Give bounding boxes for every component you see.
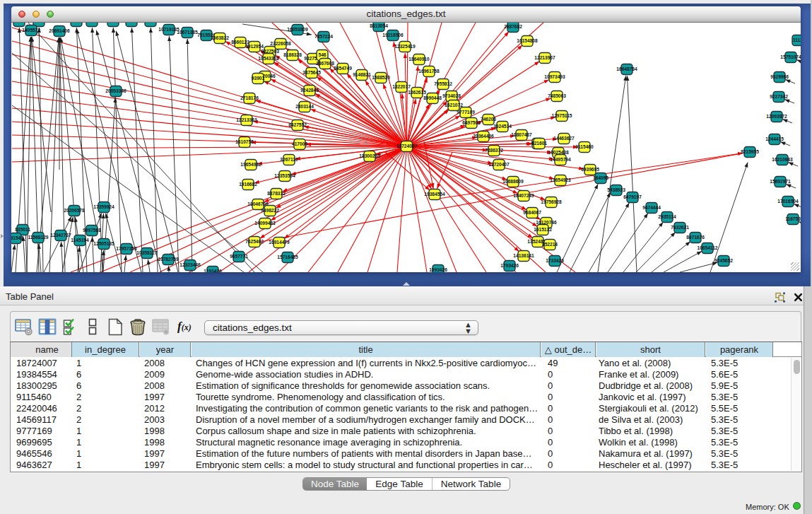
svg-text:1193426: 1193426 bbox=[204, 269, 222, 272]
svg-text:20691406: 20691406 bbox=[49, 28, 70, 33]
svg-text:1621072: 1621072 bbox=[445, 103, 463, 107]
svg-text:10807487: 10807487 bbox=[511, 132, 532, 137]
svg-text:10543362: 10543362 bbox=[258, 56, 279, 61]
svg-text:621601: 621601 bbox=[531, 141, 547, 146]
svg-text:9498222: 9498222 bbox=[261, 208, 279, 213]
svg-text:7386372: 7386372 bbox=[485, 148, 503, 153]
svg-text:17957253: 17957253 bbox=[116, 246, 137, 251]
svg-text:16914479: 16914479 bbox=[269, 240, 290, 245]
svg-text:12975115: 12975115 bbox=[552, 113, 572, 118]
svg-text:19654982: 19654982 bbox=[240, 162, 261, 167]
svg-text:13654923: 13654923 bbox=[550, 177, 571, 182]
svg-text:16648784: 16648784 bbox=[616, 66, 637, 71]
svg-text:3024514: 3024514 bbox=[493, 124, 512, 129]
svg-text:19218506: 19218506 bbox=[382, 33, 404, 37]
svg-text:9245652: 9245652 bbox=[714, 258, 733, 263]
svg-text:546: 546 bbox=[318, 52, 326, 57]
svg-text:12325419: 12325419 bbox=[394, 44, 416, 49]
svg-text:11568129: 11568129 bbox=[28, 235, 49, 240]
svg-text:852214: 852214 bbox=[542, 242, 558, 247]
svg-text:2803144: 2803144 bbox=[295, 104, 314, 109]
svg-text:10688609: 10688609 bbox=[502, 179, 524, 184]
svg-text:1362615: 1362615 bbox=[408, 90, 426, 95]
svg-text:12353594: 12353594 bbox=[274, 173, 295, 178]
svg-text:1527602: 1527602 bbox=[104, 23, 122, 23]
svg-text:8186328: 8186328 bbox=[283, 52, 302, 57]
svg-text:1322017: 1322017 bbox=[392, 84, 411, 89]
svg-text:18300295: 18300295 bbox=[359, 153, 380, 158]
svg-text:8990448: 8990448 bbox=[423, 95, 442, 100]
svg-text:12505135: 12505135 bbox=[93, 241, 114, 246]
svg-text:19384554: 19384554 bbox=[424, 192, 445, 197]
svg-text:14495794: 14495794 bbox=[550, 157, 571, 162]
svg-text:1405572: 1405572 bbox=[22, 28, 40, 33]
svg-text:19756928: 19756928 bbox=[541, 199, 562, 204]
svg-text:7663822: 7663822 bbox=[211, 35, 229, 40]
svg-text:10973493: 10973493 bbox=[544, 74, 565, 79]
svg-text:18724007: 18724007 bbox=[396, 144, 418, 148]
svg-text:17016504: 17016504 bbox=[777, 199, 799, 204]
svg-text:1615132: 1615132 bbox=[534, 227, 552, 232]
svg-text:9242848: 9242848 bbox=[300, 88, 319, 93]
svg-text:8466160: 8466160 bbox=[122, 23, 141, 23]
svg-text:93901: 93901 bbox=[252, 76, 265, 81]
svg-text:7955812: 7955812 bbox=[434, 81, 452, 86]
svg-text:8454749: 8454749 bbox=[334, 66, 352, 71]
svg-text:10671385: 10671385 bbox=[177, 30, 198, 35]
svg-text:16154808: 16154808 bbox=[517, 38, 538, 43]
svg-text:1244415: 1244415 bbox=[765, 136, 784, 141]
svg-text:2935114: 2935114 bbox=[658, 214, 676, 219]
svg-text:20364436: 20364436 bbox=[473, 134, 494, 139]
svg-text:1112: 1112 bbox=[793, 37, 801, 42]
svg-text:835011: 835011 bbox=[15, 227, 30, 232]
svg-text:8878312: 8878312 bbox=[267, 191, 286, 196]
svg-text:746206: 746206 bbox=[481, 117, 496, 122]
svg-text:10782759: 10782759 bbox=[158, 257, 179, 262]
svg-text:17359924: 17359924 bbox=[93, 204, 114, 209]
svg-text:23226058: 23226058 bbox=[270, 41, 291, 46]
svg-text:2867608: 2867608 bbox=[316, 61, 334, 66]
svg-text:9657771: 9657771 bbox=[230, 254, 248, 259]
svg-text:9227342: 9227342 bbox=[770, 94, 788, 99]
svg-text:10358127: 10358127 bbox=[136, 250, 158, 255]
svg-text:7625402: 7625402 bbox=[245, 239, 264, 244]
svg-text:9115460: 9115460 bbox=[575, 144, 594, 149]
svg-text:18407249: 18407249 bbox=[513, 193, 534, 198]
svg-text:20053346: 20053346 bbox=[105, 88, 126, 93]
svg-text:8471676: 8471676 bbox=[686, 235, 705, 240]
svg-text:15692971: 15692971 bbox=[770, 179, 791, 184]
svg-text:8215955: 8215955 bbox=[741, 149, 759, 154]
svg-text:7485063: 7485063 bbox=[548, 93, 566, 98]
svg-text:6497503: 6497503 bbox=[462, 120, 481, 125]
svg-text:10654112: 10654112 bbox=[698, 245, 718, 250]
svg-text:1145194: 1145194 bbox=[71, 238, 89, 243]
svg-text:2405572: 2405572 bbox=[11, 23, 28, 23]
svg-text:6939695: 6939695 bbox=[581, 167, 599, 172]
svg-text:12213967: 12213967 bbox=[534, 55, 555, 60]
svg-text:1588520: 1588520 bbox=[372, 75, 390, 80]
svg-text:16961758: 16961758 bbox=[418, 69, 440, 74]
svg-text:14463627: 14463627 bbox=[553, 136, 575, 141]
svg-text:18640910: 18640910 bbox=[408, 57, 430, 62]
svg-text:12213363: 12213363 bbox=[236, 117, 257, 122]
svg-text:1405573: 1405573 bbox=[30, 23, 48, 23]
svg-text:10653287: 10653287 bbox=[81, 23, 102, 23]
svg-text:13720407: 13720407 bbox=[488, 162, 510, 167]
svg-text:1065328: 1065328 bbox=[141, 23, 160, 23]
svg-text:1793426: 1793426 bbox=[500, 263, 519, 268]
svg-text:2687682: 2687682 bbox=[504, 24, 522, 29]
svg-text:20206578: 20206578 bbox=[64, 208, 85, 213]
svg-text:116753: 116753 bbox=[785, 216, 801, 221]
svg-text:3875645: 3875645 bbox=[302, 70, 321, 75]
svg-text:2718176: 2718176 bbox=[240, 95, 259, 100]
svg-text:15751074: 15751074 bbox=[780, 54, 801, 59]
svg-text:3912954: 3912954 bbox=[245, 44, 264, 49]
svg-text:16210643: 16210643 bbox=[772, 157, 793, 162]
svg-text:6479197: 6479197 bbox=[623, 194, 642, 199]
svg-text:391541: 391541 bbox=[11, 235, 23, 240]
svg-text:1733426: 1733426 bbox=[546, 258, 564, 263]
svg-text:164095: 164095 bbox=[593, 175, 608, 180]
svg-text:3267110: 3267110 bbox=[280, 157, 298, 162]
svg-text:12323446: 12323446 bbox=[180, 262, 201, 267]
svg-text:9684067: 9684067 bbox=[523, 210, 541, 215]
